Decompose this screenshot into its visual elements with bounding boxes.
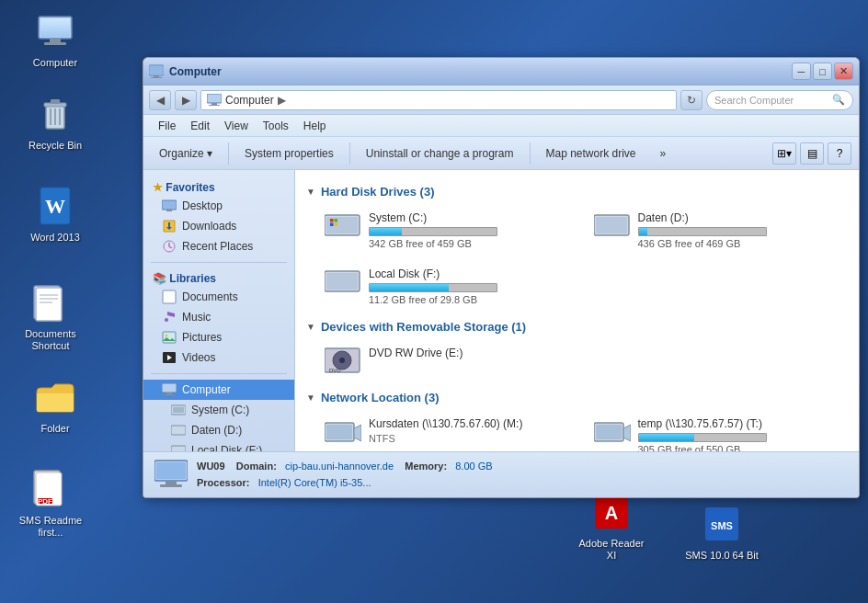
status-processor-label: Processor:: [197, 477, 249, 488]
desktop-icon-folder[interactable]: Folder: [18, 375, 92, 435]
svg-rect-34: [166, 210, 172, 211]
status-machine: WU09: [197, 461, 225, 472]
daten-d-icon: [594, 211, 631, 241]
svg-rect-54: [335, 223, 338, 227]
desktop-icon-adobe[interactable]: A Adobe Reader XI: [575, 490, 648, 562]
desktop-icon-sms-readme[interactable]: PDF SMS Readme first...: [14, 467, 87, 539]
computer-label: Computer: [18, 57, 92, 69]
local-f-nav-icon: [171, 443, 186, 451]
svg-rect-58: [326, 273, 358, 290]
word-label: Word 2013: [18, 232, 92, 244]
nav-pictures[interactable]: Pictures: [143, 327, 294, 347]
desktop-icon-recycle-bin[interactable]: Recycle Bin: [18, 92, 92, 152]
downloads-nav-icon: [162, 219, 177, 233]
map-network-button[interactable]: Map network drive: [538, 142, 645, 165]
drive-kursdaten-m[interactable]: Kursdaten (\\130.75.67.60) (M:) NTFS: [321, 414, 579, 451]
network-title: Network Location (3): [321, 391, 440, 404]
desktop-nav-icon: [162, 199, 177, 213]
organize-button[interactable]: Organize ▾: [151, 142, 221, 165]
uninstall-button[interactable]: Uninstall or change a program: [358, 142, 522, 165]
drive-temp-t[interactable]: temp (\\130.75.67.57) (T:) 305 GB free o…: [590, 414, 849, 451]
nav-daten-d[interactable]: Daten (D:): [143, 420, 294, 440]
more-button[interactable]: »: [652, 142, 675, 165]
svg-rect-69: [166, 481, 177, 484]
nav-system-c[interactable]: System (C:): [143, 400, 294, 420]
svg-rect-46: [171, 426, 186, 435]
nav-videos[interactable]: Videos: [143, 347, 294, 368]
svg-text:SMS: SMS: [711, 520, 733, 531]
desktop-icon-documents[interactable]: Documents Shortcut: [14, 280, 87, 352]
svg-rect-28: [154, 75, 159, 77]
search-box[interactable]: Search Computer 🔍: [706, 90, 853, 110]
desktop-icon-computer[interactable]: Computer: [18, 9, 92, 69]
daten-d-space: 436 GB free of 469 GB: [638, 238, 845, 249]
status-memory-value: 8.00 GB: [455, 461, 492, 472]
svg-text:PDF: PDF: [38, 497, 52, 506]
temp-t-info: temp (\\130.75.67.57) (T:) 305 GB free o…: [638, 417, 845, 451]
svg-rect-64: [326, 425, 352, 439]
temp-t-name: temp (\\130.75.67.57) (T:): [638, 417, 845, 430]
svg-rect-45: [173, 407, 184, 413]
dvd-e-info: DVD RW Drive (E:): [369, 347, 844, 362]
temp-t-icon: [594, 417, 631, 447]
menu-edit[interactable]: Edit: [183, 118, 217, 134]
hard-disk-section-header[interactable]: ▼ Hard Disk Drives (3): [306, 185, 848, 199]
nav-recent-places[interactable]: Recent Places: [143, 236, 294, 256]
nav-local-f[interactable]: Local Disk (F:): [143, 440, 294, 451]
help-button[interactable]: ?: [828, 142, 851, 165]
daten-d-bar: [639, 228, 648, 235]
svg-rect-27: [150, 66, 163, 74]
drive-dvd-e[interactable]: DVD DVD RW Drive (E:): [321, 343, 848, 380]
content-panel[interactable]: ▼ Hard Disk Drives (3): [295, 170, 859, 451]
view-toggle-button[interactable]: ⊞▾: [772, 142, 796, 165]
menu-tools[interactable]: Tools: [256, 118, 296, 134]
address-computer-icon: [207, 94, 222, 107]
drive-daten-d[interactable]: Daten (D:) 436 GB free of 469 GB: [590, 208, 849, 253]
drive-system-c[interactable]: System (C:) 342 GB free of 459 GB: [321, 208, 579, 253]
minimize-button[interactable]: ─: [792, 63, 811, 80]
documents-nav-icon: [162, 290, 177, 304]
word-icon: W: [33, 184, 77, 228]
toolbar-right: ⊞▾ ▤ ?: [772, 142, 851, 165]
desktop-icon-word[interactable]: W Word 2013: [18, 184, 92, 244]
nav-music[interactable]: Music: [143, 307, 294, 327]
menu-file[interactable]: File: [151, 118, 183, 134]
menu-help[interactable]: Help: [296, 118, 334, 134]
removable-section-header[interactable]: ▼ Devices with Removable Storage (1): [306, 320, 848, 334]
svg-text:DVD: DVD: [329, 368, 341, 373]
title-bar: Computer ─ □ ✕: [143, 58, 859, 85]
system-properties-button[interactable]: System properties: [236, 142, 342, 165]
nav-downloads[interactable]: Downloads: [143, 216, 294, 236]
address-path[interactable]: Computer ▶: [200, 90, 677, 110]
status-domain-value: cip-bau.uni-hannover.de: [285, 461, 394, 472]
recent-places-nav-icon: [162, 239, 177, 254]
kursdaten-m-info: Kursdaten (\\130.75.67.60) (M:) NTFS: [369, 417, 576, 447]
svg-rect-70: [160, 484, 182, 487]
libraries-title: 📚 Libraries: [143, 268, 294, 287]
removable-title: Devices with Removable Storage (1): [321, 320, 526, 334]
system-c-bar-container: [369, 227, 497, 236]
maximize-button[interactable]: □: [813, 63, 832, 80]
svg-rect-31: [211, 103, 217, 105]
back-button[interactable]: ◀: [149, 90, 171, 110]
address-computer-text: Computer: [225, 94, 274, 107]
address-bar: ◀ ▶ Computer ▶ ↻ Search Computer 🔍: [143, 85, 859, 115]
svg-rect-41: [162, 383, 177, 393]
network-section-header[interactable]: ▼ Network Location (3): [306, 391, 848, 404]
drive-local-f[interactable]: Local Disk (F:) 11.2 GB free of 29.8 GB: [321, 264, 579, 309]
dvd-e-icon: DVD: [325, 347, 361, 376]
local-f-space: 11.2 GB free of 29.8 GB: [369, 294, 576, 305]
preview-pane-button[interactable]: ▤: [800, 142, 824, 165]
svg-rect-36: [163, 290, 176, 303]
nav-desktop[interactable]: Desktop: [143, 196, 294, 216]
desktop-icon-sms64[interactable]: SMS SMS 10.0 64 Bit: [685, 502, 759, 562]
nav-documents[interactable]: Documents: [143, 287, 294, 307]
nav-divider-1: [151, 262, 287, 263]
close-button[interactable]: ✕: [834, 63, 853, 80]
refresh-button[interactable]: ↻: [680, 90, 702, 110]
nav-computer[interactable]: Computer: [143, 380, 294, 400]
menu-view[interactable]: View: [217, 118, 256, 134]
forward-button[interactable]: ▶: [175, 90, 197, 110]
pictures-nav-icon: [162, 330, 177, 345]
status-bar: WU09 Domain: cip-bau.uni-hannover.de Mem…: [143, 451, 859, 497]
